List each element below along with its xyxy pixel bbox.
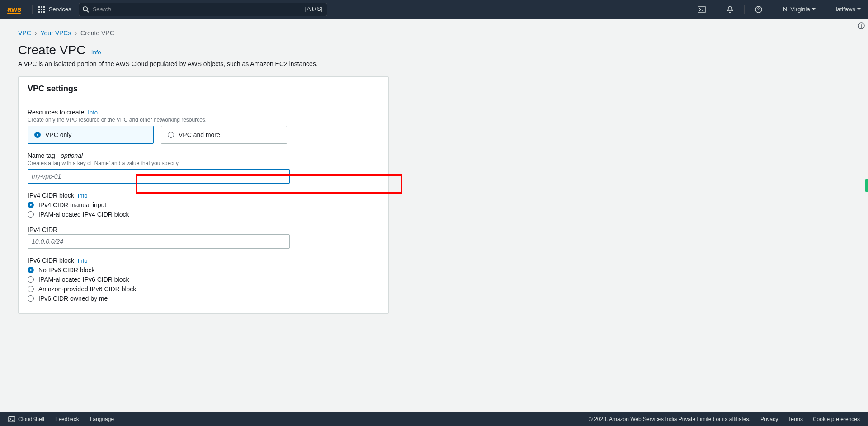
- svg-line-1: [87, 10, 89, 12]
- region-label: N. Virginia: [783, 6, 810, 13]
- bell-icon[interactable]: [726, 5, 734, 14]
- search-wrap: [Alt+S]: [79, 3, 327, 16]
- chevron-down-icon: [812, 8, 816, 10]
- svg-rect-2: [698, 6, 705, 13]
- cloudshell-icon[interactable]: [698, 5, 706, 14]
- search-shortcut: [Alt+S]: [305, 5, 323, 12]
- services-icon: [38, 6, 45, 13]
- svg-point-0: [83, 6, 87, 10]
- aws-logo[interactable]: aws: [7, 5, 21, 14]
- search-input[interactable]: [79, 3, 327, 16]
- services-label: Services: [49, 6, 71, 13]
- user-label: latifaws: [836, 6, 855, 13]
- region-selector[interactable]: N. Virginia: [783, 6, 816, 13]
- help-icon[interactable]: [755, 5, 763, 14]
- aws-logo-text: aws: [7, 5, 21, 14]
- chevron-down-icon: [857, 8, 861, 10]
- user-menu[interactable]: latifaws: [836, 6, 861, 13]
- top-nav: aws Services [Alt+S] N. Virginia latifaw…: [0, 0, 868, 19]
- services-button[interactable]: Services: [38, 6, 71, 13]
- search-icon: [82, 6, 89, 13]
